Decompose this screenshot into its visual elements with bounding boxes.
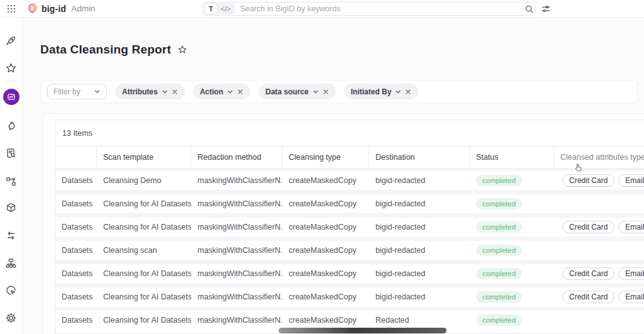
sitemap-icon [5,257,17,269]
status-badge: completed [476,175,522,186]
attribute-chip[interactable]: Email [618,267,644,280]
table-row[interactable]: DatasetsCleansing for AI Datasetsmasking… [55,311,644,330]
rocket-icon [5,35,17,47]
attribute-chip[interactable]: Credit Card [562,291,614,303]
sidebar-item-hierarchy[interactable] [5,257,18,269]
column-header-cleansed-attribute-types[interactable]: Cleansed attributes types [554,147,644,168]
table-cell: createMaskedCopy [282,199,369,208]
sidebar-item-activity[interactable] [5,284,18,296]
table-row[interactable]: DatasetsCleansing for AI Datasetsmasking… [55,287,644,306]
status-badge: completed [476,268,522,279]
filter-by-select[interactable]: Filter by [47,84,107,99]
column-header-label: Cleansed attributes types [560,153,644,162]
table-row[interactable]: DatasetsCleansing scanmaskingWithClassif… [55,241,644,260]
horizontal-scrollbar[interactable] [279,328,447,333]
close-icon[interactable] [405,89,411,95]
table-cell: Cleansing Demo [97,176,191,185]
filter-chip-action[interactable]: Action [193,84,250,99]
sidebar-item-settings[interactable] [5,311,18,324]
status-cell: completed [470,268,554,279]
sidebar-item-reports-active[interactable] [3,89,19,105]
search-mode-text-button[interactable]: T [205,4,217,14]
column-header-scan-template[interactable]: Scan template [97,147,191,168]
attribute-chip[interactable]: Credit Card [562,174,614,187]
table-cell: bigid-redacted [369,246,470,255]
search-input[interactable] [240,4,525,13]
sidebar-item-catalog[interactable] [5,201,18,214]
table-cell: maskingWithClassifierN... [191,246,282,255]
page-title: Data Cleansing Report [40,43,171,57]
sidebar-item-favorites[interactable] [5,62,18,74]
attribute-chip[interactable]: Credit Card [562,221,614,233]
cleansed-attributes-cell: Credit CardEmail [554,291,644,303]
chevron-down-icon[interactable] [162,89,168,95]
chevron-down-icon[interactable] [227,89,233,95]
sidebar-item-risk[interactable] [5,120,18,132]
attribute-chip[interactable]: Email [618,174,644,187]
table-cell: Datasets [55,176,97,185]
chevron-down-icon[interactable] [313,89,319,95]
global-search[interactable]: T </> [203,2,536,16]
status-badge: completed [476,198,522,209]
app-grid-icon[interactable] [0,4,23,14]
status-cell: completed [470,175,554,186]
sidebar-item-data-movement[interactable] [5,229,18,242]
filter-chip-attributes[interactable]: Attributes [115,84,185,99]
attribute-chip[interactable]: Email [618,291,644,303]
search-settings-icon[interactable] [541,4,551,14]
table-row[interactable]: DatasetsCleansing for AI Datasetsmasking… [55,194,644,213]
attribute-chip[interactable]: Email [618,221,644,233]
status-cell: completed [470,291,554,303]
favorite-star-icon[interactable] [177,45,187,55]
table-cell: bigid-redacted [369,223,470,231]
close-icon[interactable] [237,89,243,95]
status-cell: completed [470,198,554,209]
table-row[interactable]: DatasetsCleansing DemomaskingWithClassif… [55,171,644,190]
table-cell: Cleansing for AI Datasets [97,223,191,231]
table-cell: bigid-redacted [369,292,470,301]
top-bar: big-id Admin T </> [0,0,644,18]
flame-icon [5,120,17,132]
column-header-redaction-method[interactable]: Redaction method [191,147,282,168]
brand-suffix: Admin [71,4,95,13]
filter-chip-data-source[interactable]: Data source [258,84,336,99]
table-row[interactable]: DatasetsCleansing for AI Datasetsmasking… [55,264,644,283]
close-icon[interactable] [172,89,178,95]
search-icon[interactable] [525,4,534,14]
search-mode-toggle: T </> [204,3,235,14]
table-row[interactable]: DatasetsCleansing for AI Datasetsmasking… [55,218,644,237]
column-header-status[interactable]: Status [470,147,554,168]
search-mode-code-button[interactable]: </> [217,4,235,14]
column-header-cleansing-type[interactable]: Cleansing type [282,147,369,168]
status-badge: completed [476,245,522,256]
bigid-fingerprint-logo-icon [26,3,38,14]
attribute-chip[interactable]: Credit Card [562,267,614,280]
status-badge: completed [476,315,522,326]
column-header-destination[interactable]: Destination [369,147,470,168]
table-header-row: Scan template Redaction method Cleansing… [55,147,644,169]
column-header-empty[interactable] [55,147,97,168]
table-cell: Datasets [55,246,97,255]
sidebar-item-reports-explorer[interactable] [5,147,18,159]
chevron-down-icon[interactable] [395,89,401,95]
table-cell: maskingWithClassifierN... [191,176,282,185]
table-cell: bigid-redacted [369,269,470,278]
table-cell: Cleansing for AI Datasets [97,199,191,208]
sidebar-item-getting-started[interactable] [5,35,18,47]
cube-icon [5,202,17,214]
table-cell: maskingWithClassifierN... [191,199,282,208]
table-cell: Datasets [55,316,97,325]
report-chart-icon [6,92,16,102]
cleansed-attributes-cell: Credit CardEmail [554,174,644,187]
report-table: 13 Items Scan template Redaction method … [55,120,644,334]
grid-dots-icon [6,4,16,14]
transfer-arrows-icon [5,230,17,242]
filter-chip-label: Data source [265,87,309,96]
close-icon[interactable] [323,89,329,95]
sidebar-item-workflows[interactable] [5,175,18,187]
table-cell: Datasets [55,292,97,301]
brand-name: big-id [42,4,66,14]
brand-logo[interactable]: big-id Admin [26,3,96,14]
table-cell: maskingWithClassifierN... [191,316,282,325]
filter-chip-initiated-by[interactable]: Initiated By [344,84,419,99]
